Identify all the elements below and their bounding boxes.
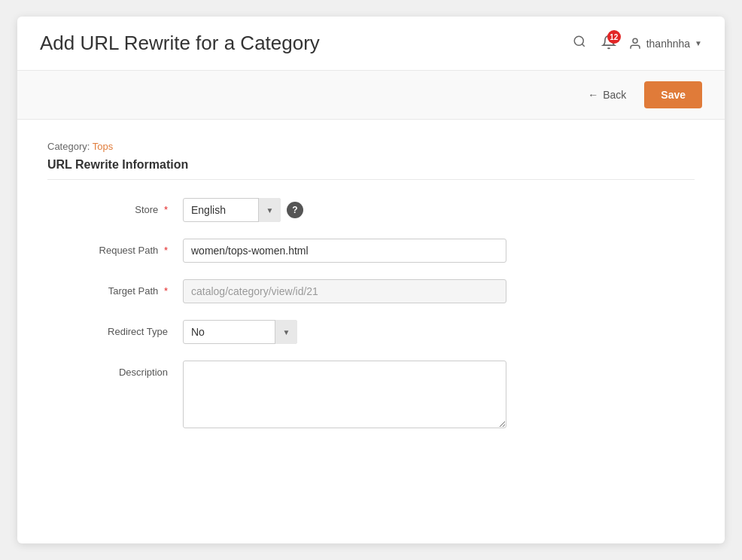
store-select-wrapper: English ▼ — [183, 198, 281, 222]
target-path-row: Target Path * — [47, 279, 695, 303]
notification-badge: 12 — [607, 30, 621, 44]
search-button[interactable] — [570, 32, 589, 55]
target-path-control-wrapper — [183, 279, 695, 303]
page-title: Add URL Rewrite for a Category — [40, 32, 320, 55]
chevron-down-icon: ▼ — [695, 39, 702, 47]
category-label-text: Category: — [47, 141, 90, 152]
back-label: Back — [603, 89, 626, 101]
target-path-input — [183, 279, 506, 303]
user-name: thanhnha — [646, 38, 690, 50]
redirect-type-label-text: Redirect Type — [108, 326, 168, 337]
request-path-row: Request Path * — [47, 239, 695, 263]
toolbar: ← Back Save — [17, 71, 725, 120]
help-text: ? — [292, 205, 297, 215]
redirect-type-control-wrapper: No Temporary (301) Permanent (302) ▼ — [183, 320, 695, 344]
page-card: Add URL Rewrite for a Category 12 t — [17, 17, 725, 543]
page-header: Add URL Rewrite for a Category 12 t — [17, 17, 725, 71]
back-button[interactable]: ← Back — [579, 83, 635, 107]
request-path-control-wrapper — [183, 239, 695, 263]
store-control-wrapper: English ▼ ? — [183, 198, 695, 222]
description-control-wrapper — [183, 361, 695, 428]
target-path-required: * — [164, 285, 168, 297]
svg-point-2 — [633, 38, 637, 43]
svg-point-0 — [574, 36, 583, 45]
target-path-label: Target Path * — [47, 279, 183, 297]
store-row: Store * English ▼ ? — [47, 198, 695, 222]
search-icon — [573, 35, 586, 48]
redirect-type-label: Redirect Type — [47, 320, 183, 337]
store-help-icon[interactable]: ? — [287, 202, 303, 218]
description-textarea[interactable] — [183, 361, 506, 428]
content: Category: Tops URL Rewrite Information S… — [17, 120, 725, 475]
request-path-label: Request Path * — [47, 239, 183, 256]
arrow-left-icon: ← — [588, 89, 598, 101]
store-label: Store * — [47, 198, 183, 215]
category-link[interactable]: Tops — [93, 141, 113, 152]
category-info: Category: Tops — [47, 141, 695, 152]
description-row: Description — [47, 361, 695, 428]
request-path-required: * — [164, 245, 168, 256]
redirect-type-select[interactable]: No Temporary (301) Permanent (302) — [183, 320, 297, 344]
notification-button[interactable]: 12 — [601, 35, 616, 52]
store-required: * — [164, 204, 168, 215]
description-label-text: Description — [119, 367, 168, 378]
target-path-label-text: Target Path — [108, 285, 159, 297]
store-select[interactable]: English — [183, 198, 281, 222]
user-menu[interactable]: thanhnha ▼ — [628, 37, 702, 50]
svg-line-1 — [582, 44, 584, 46]
redirect-type-row: Redirect Type No Temporary (301) Permane… — [47, 320, 695, 344]
redirect-type-select-wrapper: No Temporary (301) Permanent (302) ▼ — [183, 320, 297, 344]
user-avatar-icon — [628, 37, 642, 50]
description-label: Description — [47, 361, 183, 378]
section-title: URL Rewrite Information — [47, 158, 695, 180]
request-path-input[interactable] — [183, 239, 506, 263]
save-button[interactable]: Save — [644, 81, 702, 108]
request-path-label-text: Request Path — [99, 245, 159, 256]
store-label-text: Store — [135, 204, 158, 215]
header-actions: 12 thanhnha ▼ — [570, 32, 702, 55]
